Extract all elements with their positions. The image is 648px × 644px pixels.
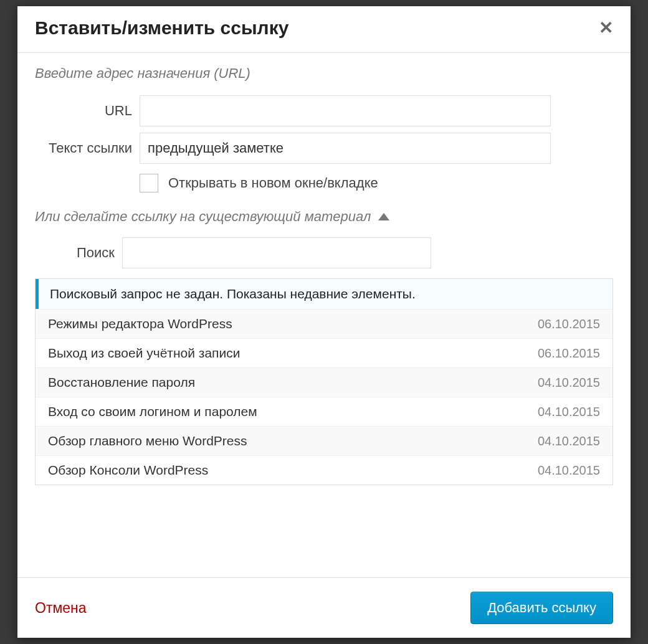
result-item[interactable]: Выход из своей учётной записи06.10.2015 <box>36 338 612 367</box>
result-item[interactable]: Вход со своим логином и паролем04.10.201… <box>36 397 612 426</box>
result-item[interactable]: Обзор Консоли WordPress04.10.2015 <box>36 455 612 485</box>
search-row: Поиск <box>35 237 613 268</box>
modal-backdrop: Вставить/изменить ссылку ✕ Введите адрес… <box>0 0 648 644</box>
search-input[interactable] <box>122 237 431 268</box>
new-tab-label: Открывать в новом окне/вкладке <box>168 175 378 191</box>
modal-title: Вставить/изменить ссылку <box>35 17 288 39</box>
result-date: 06.10.2015 <box>538 346 600 361</box>
results-notice: Поисковый запрос не задан. Показаны неда… <box>36 279 612 309</box>
result-title: Восстановление пароля <box>48 375 195 390</box>
result-title: Вход со своим логином и паролем <box>48 404 257 419</box>
url-row: URL <box>35 95 613 126</box>
result-item[interactable]: Обзор главного меню WordPress04.10.2015 <box>36 426 612 455</box>
search-label: Поиск <box>35 244 122 262</box>
close-icon[interactable]: ✕ <box>599 19 613 37</box>
result-item[interactable]: Восстановление пароля04.10.2015 <box>36 367 612 397</box>
result-title: Режимы редактора WordPress <box>48 316 232 331</box>
result-date: 04.10.2015 <box>538 405 600 419</box>
new-tab-row[interactable]: Открывать в новом окне/вкладке <box>140 174 613 192</box>
new-tab-checkbox[interactable] <box>140 174 158 192</box>
url-input[interactable] <box>140 95 551 126</box>
result-title: Обзор главного меню WordPress <box>48 433 247 448</box>
insert-link-modal: Вставить/изменить ссылку ✕ Введите адрес… <box>17 6 631 638</box>
result-date: 04.10.2015 <box>538 463 600 478</box>
result-item[interactable]: Режимы редактора WordPress06.10.2015 <box>36 309 612 338</box>
result-date: 06.10.2015 <box>538 317 600 331</box>
existing-content-label: Или сделайте ссылку на существующий мате… <box>35 209 371 225</box>
link-text-input[interactable] <box>140 133 551 164</box>
modal-footer: Отмена Добавить ссылку <box>17 577 631 638</box>
destination-section-label: Введите адрес назначения (URL) <box>35 65 613 82</box>
link-text-label: Текст ссылки <box>35 140 140 157</box>
results-list: Поисковый запрос не задан. Показаны неда… <box>35 278 613 485</box>
existing-content-toggle[interactable]: Или сделайте ссылку на существующий мате… <box>35 209 613 225</box>
result-date: 04.10.2015 <box>538 376 600 390</box>
result-date: 04.10.2015 <box>538 434 600 448</box>
url-label: URL <box>35 102 140 120</box>
modal-body: Введите адрес назначения (URL) URL Текст… <box>17 53 631 577</box>
cancel-button[interactable]: Отмена <box>35 600 87 617</box>
add-link-button[interactable]: Добавить ссылку <box>470 592 613 624</box>
modal-header: Вставить/изменить ссылку ✕ <box>17 6 631 53</box>
link-text-row: Текст ссылки <box>35 133 613 164</box>
result-title: Обзор Консоли WordPress <box>48 463 208 478</box>
result-title: Выход из своей учётной записи <box>48 346 240 361</box>
collapse-up-icon <box>378 213 389 220</box>
